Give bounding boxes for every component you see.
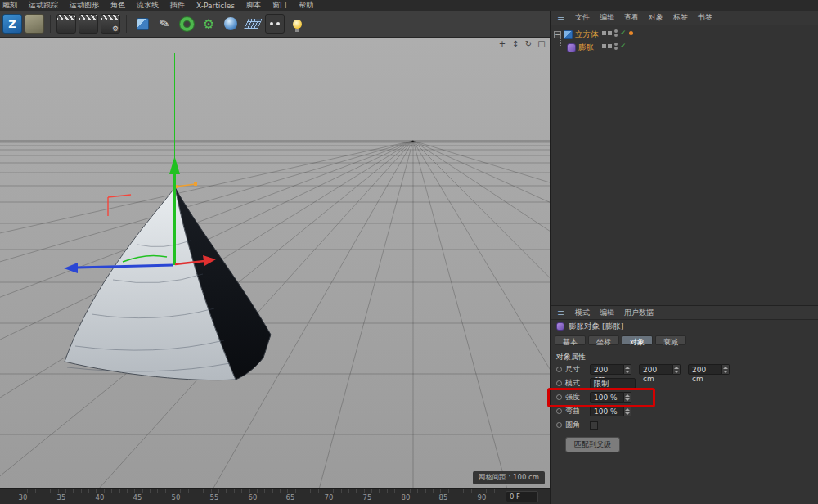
timeline-tick: 55 — [210, 493, 219, 502]
curvature-label: 弯曲 — [565, 406, 587, 416]
timeline-tick: 30 — [19, 493, 28, 502]
editor-visibility-dot[interactable] — [614, 29, 618, 33]
curvature-stepper[interactable] — [624, 406, 631, 416]
toggle-icon[interactable] — [608, 44, 612, 48]
om-menu-file[interactable]: 文件 — [575, 12, 590, 23]
menu-item-script[interactable]: 脚本 — [246, 0, 261, 11]
floor-grid — [0, 141, 550, 489]
subdivision-surface-icon[interactable] — [177, 14, 196, 34]
axis-y-arrow[interactable] — [169, 156, 180, 174]
light-icon[interactable] — [287, 14, 307, 34]
spline-pen-icon[interactable]: ✎ — [152, 11, 176, 35]
size-z-stepper[interactable] — [722, 364, 730, 375]
size-y-field[interactable]: 200 cm — [639, 364, 673, 375]
tab-falloff[interactable]: 衰减 — [655, 335, 686, 345]
timeline-tick: 80 — [402, 493, 411, 502]
menu-item-motion-tracker[interactable]: 运动跟踪 — [29, 0, 58, 11]
deformer-gears-icon[interactable]: ⚙ — [199, 14, 218, 34]
toolbar-separator — [50, 15, 51, 33]
fillet-checkbox[interactable] — [590, 421, 598, 430]
pan-icon[interactable]: + — [497, 39, 507, 49]
bulge-deformer-icon — [567, 43, 576, 52]
enable-check-icon[interactable]: ✓ — [620, 29, 627, 37]
section-header-object-properties: 对象属性 — [551, 348, 818, 362]
bulged-cube-object[interactable] — [65, 187, 271, 380]
rotate-icon[interactable]: ↻ — [524, 39, 533, 49]
menu-item-character[interactable]: 角色 — [110, 0, 125, 11]
render-visibility-dot[interactable] — [614, 47, 618, 50]
menu-item-plugins[interactable]: 插件 — [170, 0, 185, 11]
om-menu-edit[interactable]: 编辑 — [600, 12, 614, 23]
om-menu-bookmark[interactable]: 书签 — [698, 12, 712, 23]
app-logo-z-icon[interactable]: Z — [2, 14, 22, 34]
menu-item-sculpt[interactable]: 雕刻 — [2, 0, 17, 11]
keyframe-dot-icon[interactable] — [556, 367, 562, 372]
curvature-field[interactable]: 100 % — [590, 406, 624, 416]
add-primitive-cube-icon[interactable] — [133, 14, 152, 34]
strength-stepper[interactable] — [624, 392, 631, 403]
strength-field[interactable]: 100 % — [590, 392, 624, 403]
size-z-field[interactable]: 200 cm — [688, 364, 722, 375]
timeline-tick: 45 — [133, 493, 142, 502]
attr-row-size: 尺寸 200 cm 200 cm 200 cm — [551, 362, 818, 376]
tree-row-cube[interactable]: − 立方体 ✓ — [551, 28, 818, 41]
current-frame-field[interactable]: 0 F — [506, 491, 538, 502]
simulate-cloth-icon[interactable] — [221, 14, 240, 34]
timeline-tick: 90 — [478, 493, 487, 502]
viewport[interactable]: + ↕ ↻ □ 网格间距 : 100 cm — [0, 38, 550, 488]
main-toolbar: Z ⚙ ✎ ⚙ — [0, 11, 550, 38]
object-name[interactable]: 立方体 — [575, 29, 599, 40]
attr-row-curvature: 弯曲 100 % — [551, 404, 818, 418]
am-menu-userdata[interactable]: 用户数据 — [624, 308, 654, 318]
render-view-icon[interactable] — [56, 14, 76, 34]
attr-row-mode: 模式 限制 — [551, 376, 818, 390]
layer-dot-icon[interactable] — [629, 31, 633, 35]
editor-visibility-dot[interactable] — [614, 43, 618, 46]
keyframe-dot-icon[interactable] — [556, 422, 562, 428]
camera-icon[interactable] — [265, 14, 285, 34]
panel-menu-icon[interactable]: ≡ — [557, 308, 565, 318]
mode-dropdown[interactable]: 限制 — [590, 378, 636, 389]
timeline-tick: 40 — [96, 493, 105, 502]
om-menu-object[interactable]: 对象 — [649, 12, 663, 23]
toggle-icon[interactable] — [602, 44, 606, 48]
panel-menu-icon[interactable]: ≡ — [557, 12, 565, 23]
toggle-icon[interactable] — [602, 31, 606, 35]
keyframe-dot-icon[interactable] — [556, 380, 562, 386]
size-y-stepper[interactable] — [673, 364, 681, 375]
menu-item-help[interactable]: 帮助 — [299, 0, 313, 11]
om-menu-tag[interactable]: 标签 — [673, 12, 688, 23]
grid-spacing-label: 网格间距 : 100 cm — [473, 471, 545, 484]
dolly-icon[interactable]: ↕ — [510, 39, 520, 49]
om-menu-view[interactable]: 查看 — [624, 12, 639, 23]
size-x-field[interactable]: 200 cm — [590, 364, 624, 375]
menu-item-window[interactable]: 窗口 — [272, 0, 287, 11]
am-menu-edit[interactable]: 编辑 — [600, 308, 614, 318]
maximize-view-icon[interactable]: □ — [537, 39, 546, 49]
toggle-icon[interactable] — [608, 31, 612, 35]
render-region-icon[interactable] — [79, 14, 98, 34]
tab-object[interactable]: 对象 — [622, 335, 653, 345]
keyframe-dot-icon[interactable] — [556, 408, 562, 414]
enable-check-icon[interactable]: ✓ — [620, 43, 627, 50]
size-label: 尺寸 — [565, 364, 587, 375]
render-visibility-dot[interactable] — [614, 34, 618, 37]
axis-z-arrow[interactable] — [64, 263, 78, 273]
fit-to-parent-button[interactable]: 匹配到父级 — [565, 437, 620, 452]
size-x-stepper[interactable] — [624, 364, 631, 375]
tree-row-bulge[interactable]: 膨胀 ✓ — [551, 41, 818, 54]
menu-item-mograph[interactable]: 运动图形 — [70, 0, 99, 11]
viewport-nav-controls: + ↕ ↻ □ — [497, 39, 546, 49]
menu-item-pipeline[interactable]: 流水线 — [137, 0, 159, 11]
tab-coordinates[interactable]: 坐标 — [588, 335, 619, 345]
array-plane-icon[interactable] — [243, 14, 263, 34]
am-menu-mode[interactable]: 模式 — [575, 308, 590, 318]
selection-tool-icon[interactable] — [25, 14, 44, 34]
object-name[interactable]: 膨胀 — [578, 43, 594, 53]
timeline-ruler[interactable]: 30 35 40 45 50 55 60 65 70 75 80 85 90 0… — [0, 488, 550, 504]
tree-connector — [560, 36, 568, 47]
tab-basic[interactable]: 基本 — [555, 335, 586, 345]
menu-item-xparticles[interactable]: X-Particles — [196, 2, 235, 10]
render-settings-icon[interactable]: ⚙ — [101, 14, 120, 34]
keyframe-dot-icon[interactable] — [556, 394, 562, 400]
